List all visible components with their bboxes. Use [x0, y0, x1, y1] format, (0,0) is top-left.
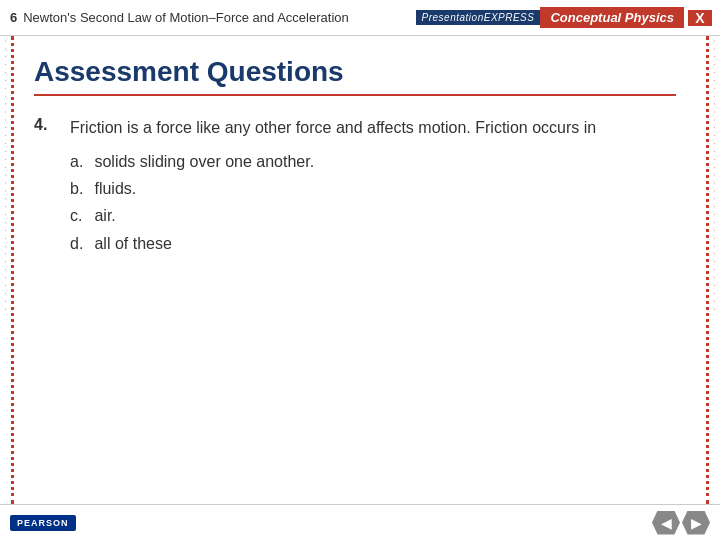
list-item: d. all of these — [70, 230, 596, 257]
pearson-logo: PEARSON — [10, 515, 76, 531]
question-text: Friction is a force like any other force… — [70, 116, 596, 140]
header: 6 Newton's Second Law of Motion–Force an… — [0, 0, 720, 36]
right-dot-pattern: · · · · · · · · · · · · · · · · · · · · … — [709, 36, 720, 316]
footer: PEARSON ◀ ▶ — [0, 504, 720, 540]
answer-text-d: all of these — [94, 235, 171, 252]
header-right: PresentationEXPRESS Conceptual Physics X — [416, 7, 712, 28]
answer-label-a: a. — [70, 148, 90, 175]
right-border-decoration: · · · · · · · · · · · · · · · · · · · · … — [706, 36, 720, 504]
nav-forward-button[interactable]: ▶ — [682, 511, 710, 535]
answer-list: a. solids sliding over one another. b. f… — [70, 148, 596, 257]
main-content: · · · · · · · · · · · · · · · · · · · · … — [0, 36, 720, 504]
answer-text-b: fluids. — [94, 180, 136, 197]
nav-buttons: ◀ ▶ — [652, 511, 710, 535]
left-border-decoration: · · · · · · · · · · · · · · · · · · · · … — [0, 36, 14, 504]
list-item: c. air. — [70, 202, 596, 229]
question-block: 4. Friction is a force like any other fo… — [34, 116, 676, 257]
header-left: 6 Newton's Second Law of Motion–Force an… — [10, 10, 349, 25]
section-title: Assessment Questions — [34, 56, 676, 96]
chapter-title: Newton's Second Law of Motion–Force and … — [23, 10, 349, 25]
presentation-express-label: PresentationEXPRESS — [416, 10, 541, 25]
answer-label-c: c. — [70, 202, 90, 229]
left-dot-pattern: · · · · · · · · · · · · · · · · · · · · … — [0, 36, 11, 316]
answer-label-b: b. — [70, 175, 90, 202]
nav-back-button[interactable]: ◀ — [652, 511, 680, 535]
content-area: Assessment Questions 4. Friction is a fo… — [14, 36, 706, 504]
answer-text-c: air. — [94, 207, 115, 224]
answer-label-d: d. — [70, 230, 90, 257]
list-item: a. solids sliding over one another. — [70, 148, 596, 175]
answer-text-a: solids sliding over one another. — [94, 153, 314, 170]
question-body: Friction is a force like any other force… — [70, 116, 596, 257]
close-button[interactable]: X — [688, 10, 712, 26]
list-item: b. fluids. — [70, 175, 596, 202]
conceptual-physics-badge: Conceptual Physics — [540, 7, 684, 28]
question-number: 4. — [34, 116, 54, 257]
chapter-number: 6 — [10, 10, 17, 25]
